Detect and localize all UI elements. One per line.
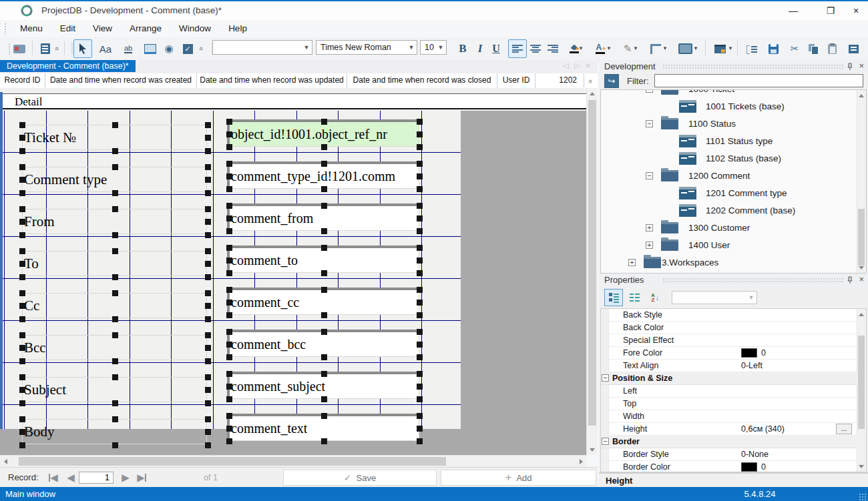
tree-scroll-up-icon[interactable]: [856, 90, 867, 101]
textbox-handle[interactable]: [417, 245, 423, 251]
textbox-handle[interactable]: [226, 173, 232, 179]
filter-input[interactable]: [654, 74, 863, 87]
bold-button[interactable]: B: [453, 39, 472, 58]
label-handle[interactable]: [205, 164, 211, 170]
form-textbox[interactable]: comment_to: [227, 245, 419, 273]
textbox-handle[interactable]: [417, 215, 423, 221]
label-handle[interactable]: [205, 248, 211, 254]
tree-item-3-workspaces[interactable]: +3.Workspaces: [601, 254, 855, 272]
textbox-handle[interactable]: [417, 312, 423, 318]
design-surface[interactable]: Detail Ticket №object_id!1001.object_ref…: [0, 88, 598, 455]
save-button[interactable]: [764, 39, 783, 58]
property-row-fore-color[interactable]: Fore Color0: [601, 347, 857, 360]
textbox-handle[interactable]: [226, 438, 232, 444]
tree-expander-icon[interactable]: +: [646, 241, 653, 249]
label-handle[interactable]: [205, 190, 211, 196]
form-label[interactable]: To: [22, 251, 207, 276]
scroll-left-icon[interactable]: [0, 456, 11, 467]
label-handle[interactable]: [205, 374, 211, 380]
checkbox-tool-button[interactable]: ✓: [178, 39, 198, 58]
tree-item-1000-ticket[interactable]: −1000 Ticket: [601, 89, 855, 98]
form-label[interactable]: Cc: [22, 293, 207, 318]
form-textbox[interactable]: comment_subject: [227, 372, 419, 399]
textbox-handle[interactable]: [226, 258, 232, 264]
record-header-cell[interactable]: 1202: [535, 73, 584, 88]
label-handle[interactable]: [19, 261, 25, 267]
textbox-handle[interactable]: [321, 396, 327, 402]
menubar-grip[interactable]: [4, 23, 7, 35]
label-handle[interactable]: [19, 400, 25, 406]
property-row-border-color[interactable]: Border Color0: [601, 461, 857, 472]
properties-close-icon[interactable]: ×: [859, 274, 864, 284]
textbox-handle[interactable]: [226, 245, 232, 251]
textbox-handle[interactable]: [417, 384, 423, 390]
textbox-handle[interactable]: [417, 426, 423, 432]
label-handle[interactable]: [112, 374, 118, 380]
label-handle[interactable]: [205, 219, 211, 225]
minimize-button[interactable]: —: [783, 3, 804, 18]
style-combo[interactable]: ▼: [212, 40, 312, 55]
label-handle[interactable]: [19, 332, 25, 338]
textbox-handle[interactable]: [321, 329, 327, 335]
form-textbox[interactable]: object_id!1001.object_ref_nr: [227, 119, 419, 147]
label-handle[interactable]: [205, 303, 211, 309]
paste-button[interactable]: [823, 39, 841, 58]
tree-item-1201-comment-type[interactable]: 1201 Comment type: [601, 185, 855, 202]
textbox-handle[interactable]: [226, 396, 232, 402]
textbox-handle[interactable]: [226, 186, 232, 192]
textbox-handle[interactable]: [226, 144, 232, 150]
add-record-button[interactable]: + Add: [441, 470, 596, 486]
textbox-handle[interactable]: [417, 354, 423, 360]
label-handle[interactable]: [19, 164, 25, 170]
optionbutton-tool-button[interactable]: ◉: [160, 39, 178, 58]
outline-list-button[interactable]: [742, 39, 761, 58]
tree-item-1102-status-base-[interactable]: 1102 Status (base): [601, 150, 855, 167]
property-row-left[interactable]: Left: [601, 385, 857, 398]
label-handle[interactable]: [205, 206, 211, 212]
label-handle[interactable]: [112, 416, 118, 422]
tab-scroll-left-icon[interactable]: ◁: [563, 61, 568, 70]
textbox-handle[interactable]: [226, 371, 232, 377]
label-tool-button[interactable]: Aa: [95, 39, 116, 58]
textbox-handle[interactable]: [417, 144, 423, 150]
first-record-button[interactable]: ◀: [45, 471, 61, 484]
next-record-button[interactable]: ▶: [118, 471, 134, 484]
control-frame-caret[interactable]: ▾: [692, 39, 698, 57]
textbox-handle[interactable]: [226, 312, 232, 318]
list-view-button[interactable]: [625, 289, 644, 306]
textbox-handle[interactable]: [226, 161, 232, 167]
vscroll-thumb[interactable]: [588, 100, 596, 426]
form-textbox[interactable]: comment_type_id!1201.comm: [227, 161, 419, 189]
form-label[interactable]: Comment type: [22, 167, 207, 192]
label-handle[interactable]: [19, 290, 25, 296]
record-header-cell[interactable]: Date and time when record was updated: [197, 73, 347, 88]
textbox-handle[interactable]: [321, 186, 327, 192]
textbox-handle[interactable]: [417, 270, 423, 276]
textbox-handle[interactable]: [226, 354, 232, 360]
label-handle[interactable]: [19, 190, 25, 196]
textbox-handle[interactable]: [321, 144, 327, 150]
form-label[interactable]: Body: [22, 419, 207, 444]
textbox-handle[interactable]: [417, 342, 423, 348]
scroll-right-icon[interactable]: [576, 456, 586, 467]
textbox-handle[interactable]: [226, 342, 232, 348]
form-textbox[interactable]: comment_bcc: [227, 330, 419, 357]
label-handle[interactable]: [19, 429, 25, 435]
hscroll-thumb[interactable]: [19, 457, 446, 466]
label-handle[interactable]: [19, 316, 25, 322]
tab-close-icon[interactable]: ×: [586, 61, 590, 71]
label-handle[interactable]: [19, 274, 25, 280]
tree-item-1400-user[interactable]: +1400 User: [601, 237, 855, 254]
fill-color-caret[interactable]: ▾: [577, 39, 584, 57]
record-header-cell[interactable]: Date and time when record was created: [45, 73, 197, 88]
textbox-handle[interactable]: [226, 270, 232, 276]
label-handle[interactable]: [19, 135, 25, 141]
label-handle[interactable]: [19, 219, 25, 225]
form-label[interactable]: Ticket №: [22, 125, 207, 150]
property-category-position-size[interactable]: −Position & Size: [601, 372, 857, 385]
go-to-object-button[interactable]: ↪: [604, 74, 619, 88]
label-handle[interactable]: [112, 206, 118, 212]
textbox-handle[interactable]: [321, 245, 327, 251]
scroll-up-icon[interactable]: [587, 88, 598, 99]
form-window-caret[interactable]: ▾: [726, 39, 733, 57]
